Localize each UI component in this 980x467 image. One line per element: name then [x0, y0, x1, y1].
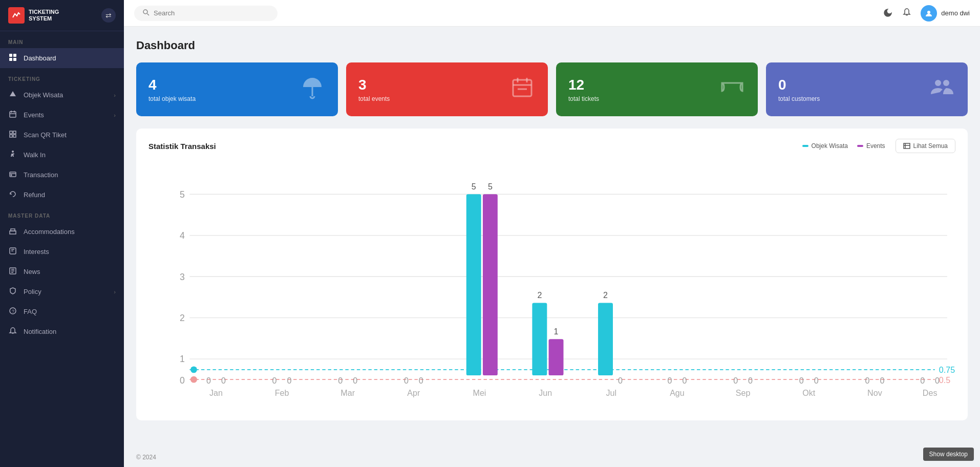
svg-text:2: 2: [537, 290, 542, 300]
svg-rect-71: [466, 194, 481, 375]
sidebar-item-refund[interactable]: Refund: [0, 185, 124, 205]
chevron-right-icon: ›: [114, 112, 116, 118]
sidebar-item-dashboard[interactable]: Dashboard: [0, 48, 124, 68]
svg-text:0.5: 0.5: [939, 375, 950, 385]
user-menu[interactable]: demo dwi: [921, 5, 970, 22]
svg-rect-76: [532, 303, 547, 376]
legend-color-teal: [802, 145, 808, 147]
svg-text:5: 5: [472, 182, 476, 191]
news-icon: [8, 267, 17, 277]
svg-point-30: [927, 11, 930, 14]
svg-rect-9: [10, 131, 12, 134]
sidebar-header: TICKETING SYSTEM ⇄: [0, 0, 124, 31]
svg-text:0: 0: [353, 376, 357, 385]
search-input[interactable]: [154, 9, 256, 17]
policy-icon: [8, 287, 17, 296]
section-master-label: MASTER DATA: [0, 205, 124, 222]
calendar-icon: [509, 74, 536, 105]
svg-text:0: 0: [682, 376, 687, 385]
stat-card-objek-wisata: 4 total objek wisata: [136, 62, 338, 116]
svg-text:Jun: Jun: [539, 388, 552, 397]
stat-number-events: 3: [358, 77, 390, 93]
sidebar-item-news[interactable]: News: [0, 262, 124, 282]
svg-text:0: 0: [404, 376, 409, 385]
svg-text:0: 0: [221, 376, 226, 385]
svg-text:Okt: Okt: [802, 388, 816, 397]
legend-events: Events: [857, 142, 885, 150]
sidebar-item-interests-label: Interests: [24, 248, 49, 256]
accommodations-icon: [8, 227, 17, 237]
app-name: TICKETING: [29, 9, 59, 15]
sidebar-item-policy[interactable]: Policy ›: [0, 282, 124, 302]
svg-text:0: 0: [920, 376, 925, 385]
chart-section: Statistik Transaksi Objek Wisata Events: [136, 129, 968, 420]
notification-icon: [8, 327, 17, 336]
svg-text:Nov: Nov: [867, 388, 882, 397]
bar-chart-container: 5 4 3 2 1 0 0.75 0.5: [148, 161, 955, 410]
svg-text:0: 0: [206, 376, 211, 385]
lihat-semua-button[interactable]: Lihat Semua: [896, 139, 955, 153]
svg-text:?: ?: [12, 309, 14, 314]
svg-text:5: 5: [180, 189, 185, 200]
sidebar-item-scan-qr-label: Scan QR Tiket: [24, 131, 67, 139]
search-bar[interactable]: [134, 6, 278, 21]
svg-rect-5: [10, 112, 16, 117]
dashboard-icon: [8, 53, 17, 63]
sidebar-item-faq-label: FAQ: [24, 308, 37, 315]
sidebar-item-notification[interactable]: Notification: [0, 322, 124, 342]
dark-mode-icon[interactable]: [884, 8, 893, 19]
svg-text:Jul: Jul: [606, 388, 617, 397]
interests-icon: [8, 247, 17, 257]
sidebar-item-walk-in[interactable]: Walk In: [0, 145, 124, 165]
app-logo: TICKETING SYSTEM: [8, 7, 59, 24]
footer: © 2024: [124, 448, 980, 467]
svg-rect-17: [10, 231, 16, 234]
svg-text:0: 0: [799, 376, 804, 385]
sidebar-item-events[interactable]: Events ›: [0, 105, 124, 125]
svg-text:1: 1: [554, 327, 559, 336]
sidebar: TICKETING SYSTEM ⇄ MAIN Dashboard TICKET…: [0, 0, 124, 467]
svg-rect-18: [11, 229, 15, 231]
svg-point-58: [190, 376, 197, 383]
show-desktop-button[interactable]: Show desktop: [923, 448, 974, 461]
topbar-right: demo dwi: [884, 5, 970, 22]
search-icon: [142, 9, 150, 18]
events-icon: [8, 110, 17, 120]
sidebar-item-interests[interactable]: Interests: [0, 242, 124, 262]
svg-point-37: [935, 80, 941, 86]
sidebar-item-accommodations[interactable]: Accommodations: [0, 222, 124, 242]
sidebar-item-walk-in-label: Walk In: [24, 151, 46, 159]
avatar: [921, 5, 937, 22]
chart-title: Statistik Transaksi: [148, 142, 216, 151]
customers-icon: [929, 74, 955, 105]
svg-text:Feb: Feb: [275, 388, 289, 397]
svg-text:3: 3: [180, 272, 185, 282]
username-label: demo dwi: [941, 9, 970, 17]
svg-point-27: [143, 10, 147, 14]
svg-text:1: 1: [180, 354, 185, 364]
chart-legend: Objek Wisata Events: [802, 142, 885, 150]
svg-rect-0: [9, 54, 12, 57]
svg-rect-3: [13, 58, 16, 61]
svg-text:0: 0: [733, 376, 738, 385]
sidebar-item-notification-label: Notification: [24, 328, 56, 335]
stat-number-objek-wisata: 4: [148, 77, 196, 93]
svg-text:0: 0: [338, 376, 343, 385]
chevron-right-icon: ›: [114, 92, 116, 98]
sidebar-item-objek-wisata[interactable]: Objek Wisata ›: [0, 85, 124, 105]
sidebar-item-faq[interactable]: ? FAQ: [0, 302, 124, 322]
chart-header: Statistik Transaksi Objek Wisata Events: [148, 139, 955, 153]
svg-marker-4: [10, 91, 16, 96]
stat-card-tickets: 12 total tickets: [556, 62, 758, 116]
notification-bell-icon[interactable]: [902, 8, 911, 19]
sidebar-toggle-button[interactable]: ⇄: [101, 8, 116, 23]
sidebar-item-accommodations-label: Accommodations: [24, 228, 75, 236]
sidebar-item-scan-qr[interactable]: Scan QR Tiket: [0, 125, 124, 145]
svg-point-16: [11, 175, 12, 176]
stat-label-objek-wisata: total objek wisata: [148, 95, 196, 102]
sidebar-item-transaction[interactable]: Transaction: [0, 165, 124, 185]
page-content: Dashboard 4 total objek wisata 3 total e…: [124, 27, 980, 448]
svg-text:4: 4: [180, 230, 185, 241]
svg-text:Jan: Jan: [209, 388, 223, 397]
svg-rect-10: [13, 131, 16, 134]
